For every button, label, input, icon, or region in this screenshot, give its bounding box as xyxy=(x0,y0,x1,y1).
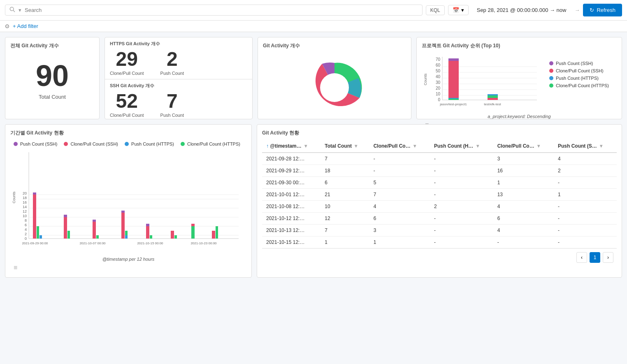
svg-rect-53 xyxy=(39,235,42,239)
col-clone-pull-https[interactable]: Clone/Pull Co… ▾ xyxy=(493,140,554,153)
table-row: 2021-10-15 12:…11--- xyxy=(262,236,617,248)
https-clone-pull-label: Clone/Pull Count xyxy=(110,71,144,76)
ts-dot-clone-ssh xyxy=(64,142,68,146)
sort-up-icon: ↑ xyxy=(266,143,269,149)
cell-clonePullHTTPS: - xyxy=(493,236,554,248)
col-push-https-dropdown[interactable]: ▾ xyxy=(476,143,479,149)
cell-pushHTTPS: - xyxy=(430,189,493,201)
cell-clonePullHTTPS: 16 xyxy=(493,165,554,177)
svg-rect-51 xyxy=(33,192,36,195)
next-page-button[interactable]: › xyxy=(603,252,613,263)
cell-pushHTTPS: - xyxy=(430,177,493,189)
cell-total: 21 xyxy=(320,189,369,201)
col-clone-pull[interactable]: Clone/Pull Co… ▾ xyxy=(369,140,430,153)
svg-rect-24 xyxy=(448,98,459,99)
table-row: 2021-09-30 00:…65-1- xyxy=(262,177,617,189)
table-row: 2021-10-12 12:…126-6- xyxy=(262,213,617,225)
table-wrapper[interactable]: ↑ @timestam… ▾ Total Count ▾ Clone/Pull … xyxy=(262,140,617,248)
cell-total: 10 xyxy=(320,201,369,213)
filter-icon: ⊙ xyxy=(5,23,9,29)
svg-line-1 xyxy=(13,10,15,12)
ssh-title: SSH Git Activity 개수 xyxy=(110,83,247,89)
calendar-button[interactable]: 📅 ▾ xyxy=(448,5,469,15)
legend-push-ssh: Push Count (SSH) xyxy=(549,61,609,66)
svg-rect-22 xyxy=(448,58,459,61)
cell-total: 1 xyxy=(320,236,369,248)
timeseries-title: 기간별 Git Activity 현황 xyxy=(10,130,246,137)
cell-pushHTTPS: 2 xyxy=(430,201,493,213)
cell-timestamp: 2021-09-28 12:… xyxy=(262,153,320,165)
cell-total: 7 xyxy=(320,153,369,165)
total-count-value: 90 xyxy=(10,61,94,90)
donut-panel: Git Activity 개수 xyxy=(258,37,411,119)
col-push-https[interactable]: Push Count (H… ▾ xyxy=(430,140,493,153)
legend-clone-ssh: Clone/Pull Count (SSH) xyxy=(549,68,609,73)
cell-timestamp: 2021-10-12 12:… xyxy=(262,213,320,225)
bar-chart-svg: 0 10 20 30 40 50 60 70 Counts xyxy=(422,53,545,112)
legend-dot-clone-https xyxy=(549,83,553,88)
svg-rect-27 xyxy=(488,94,498,95)
col-push-ssh[interactable]: Push Count (S… ▾ xyxy=(554,140,617,153)
timeseries-menu-icon[interactable]: ≡ xyxy=(14,264,17,271)
cell-pushSSH: 2 xyxy=(554,165,617,177)
https-push-value: 2 xyxy=(160,49,184,69)
page-1-button[interactable]: 1 xyxy=(590,252,600,263)
refresh-button[interactable]: ↻ Refresh xyxy=(583,4,622,16)
cell-pushHTTPS: - xyxy=(430,213,493,225)
col-timestamp-dropdown[interactable]: ▾ xyxy=(304,143,307,149)
svg-rect-25 xyxy=(488,98,498,100)
svg-text:16: 16 xyxy=(23,200,27,204)
add-filter-button[interactable]: + Add filter xyxy=(13,23,38,29)
svg-text:12: 12 xyxy=(23,209,27,213)
https-clone-pull: 29 Clone/Pull Count xyxy=(110,49,144,76)
filterbar: ⊙ + Add filter xyxy=(0,21,627,32)
total-panel: 전체 Git Activity 개수 90 Total Count xyxy=(5,37,100,119)
cell-pushSSH: - xyxy=(554,236,617,248)
svg-text:Counts: Counts xyxy=(423,73,427,85)
cell-timestamp: 2021-10-08 12:… xyxy=(262,201,320,213)
ssh-push: 7 Push Count xyxy=(160,91,184,118)
ts-label-push-ssh: Push Count (SSH) xyxy=(20,141,57,146)
legend-push-https: Push Count (HTTPS) xyxy=(549,76,609,81)
col-timestamp[interactable]: ↑ @timestam… ▾ xyxy=(262,140,320,153)
svg-rect-66 xyxy=(150,235,152,239)
bar-chart-caption: a_project.keyword: Descending xyxy=(422,112,617,121)
col-clone-pull-dropdown[interactable]: ▾ xyxy=(413,143,416,149)
donut-title: Git Activity 개수 xyxy=(263,42,406,49)
bar-chart-panel: 프로젝트 Git Activity 순위 (Top 10) 0 10 20 30… xyxy=(416,37,622,119)
cell-timestamp: 2021-10-01 12:… xyxy=(262,189,320,201)
search-input[interactable] xyxy=(25,7,418,13)
svg-rect-70 xyxy=(191,224,195,226)
refresh-icon: ↻ xyxy=(590,7,594,13)
total-panel-title: 전체 Git Activity 개수 xyxy=(10,42,94,49)
svg-text:14: 14 xyxy=(23,205,27,209)
svg-rect-60 xyxy=(121,213,125,239)
ts-dot-clone-https xyxy=(181,142,185,146)
col-total-dropdown[interactable]: ▾ xyxy=(355,143,357,149)
table-panel: Git Activity 현황 ↑ @timestam… ▾ Total Cou… xyxy=(257,124,622,278)
svg-text:0: 0 xyxy=(438,97,440,102)
cell-timestamp: 2021-09-29 12:… xyxy=(262,165,320,177)
ssh-clone-pull: 52 Clone/Pull Count xyxy=(110,91,144,118)
svg-rect-67 xyxy=(171,231,174,239)
svg-point-0 xyxy=(10,7,14,11)
cell-timestamp: 2021-10-13 12:… xyxy=(262,225,320,236)
table-row: 2021-09-29 12:…18--162 xyxy=(262,165,617,177)
col-push-ssh-dropdown[interactable]: ▾ xyxy=(600,143,602,149)
prev-page-button[interactable]: ‹ xyxy=(576,252,587,263)
cell-total: 12 xyxy=(320,213,369,225)
total-count-label: Total Count xyxy=(10,94,94,100)
kql-button[interactable]: KQL xyxy=(426,5,445,15)
bar-chart-container: 0 10 20 30 40 50 60 70 Counts xyxy=(422,53,617,112)
col-clone-https-dropdown[interactable]: ▾ xyxy=(537,143,540,149)
ts-dot-push-https xyxy=(125,142,129,146)
col-total[interactable]: Total Count ▾ xyxy=(320,140,369,153)
arrow-icon: → xyxy=(574,7,580,13)
dropdown-icon[interactable]: ▾ xyxy=(19,7,21,13)
svg-rect-26 xyxy=(488,95,498,98)
timeseries-panel: 기간별 Git Activity 현황 Push Count (SSH) Clo… xyxy=(5,124,252,278)
donut-chart-container xyxy=(263,53,406,123)
https-ssh-panel: HTTPS Git Activity 개수 29 Clone/Pull Coun… xyxy=(104,37,253,119)
table-header: ↑ @timestam… ▾ Total Count ▾ Clone/Pull … xyxy=(262,140,617,153)
svg-rect-59 xyxy=(96,235,99,239)
